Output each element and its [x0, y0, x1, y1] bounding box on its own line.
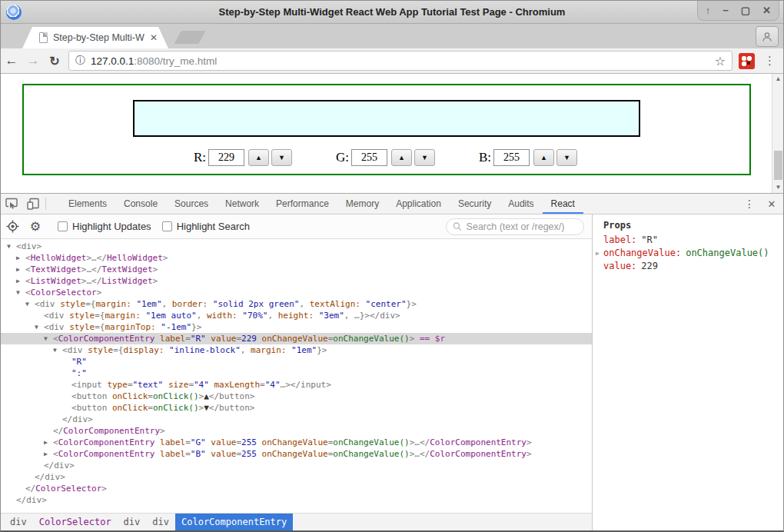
tree-row[interactable]: </div> [1, 471, 592, 483]
code-token: onChangeValue [262, 334, 328, 344]
tree-row[interactable]: ▼<div style={margin: "1em", border: "sol… [1, 298, 592, 310]
tree-row[interactable]: ▶<ColorComponentEntry label="G" value=25… [1, 437, 592, 448]
checkbox-highlight-updates[interactable]: Highlight Updates [58, 221, 151, 232]
code-token: > [97, 288, 102, 298]
scrollbar-thumb[interactable] [774, 151, 782, 180]
tree-row[interactable]: ▼<div style={display: "inline-block", ma… [1, 344, 592, 356]
chevron-down-icon[interactable]: ▼ [7, 241, 16, 252]
devtools-tab-application[interactable]: Application [387, 194, 450, 214]
tree-row[interactable]: ▶<ColorComponentEntry label="B" value=25… [1, 448, 592, 460]
increment-button[interactable]: ▲ [391, 149, 412, 166]
site-info-icon[interactable]: ⓘ [75, 54, 85, 68]
tree-row[interactable]: <div style={margin: "1em auto", width: "… [1, 310, 592, 321]
browser-menu-icon[interactable]: ⋮ [764, 54, 776, 68]
react-search-box[interactable] [446, 218, 584, 235]
tree-row[interactable]: ":" [1, 367, 592, 379]
chevron-right-icon[interactable]: ▶ [44, 437, 53, 448]
code-token: button [77, 403, 108, 413]
devtools-tab-react[interactable]: React [543, 194, 583, 214]
forward-button[interactable]: → [22, 53, 44, 68]
tree-row[interactable]: <input type="text" size="4" maxLength="4… [1, 379, 592, 391]
devtools-tab-performance[interactable]: Performance [267, 194, 337, 214]
tree-row[interactable]: ▼<div> [1, 241, 592, 252]
new-tab-button[interactable] [174, 31, 205, 44]
breadcrumb-item-div[interactable]: div [4, 514, 33, 530]
tree-row[interactable]: ▼<div style={marginTop: "-1em"}> [1, 321, 592, 333]
page-scrollbar[interactable]: ▲ ▼ [772, 74, 783, 193]
chevron-right-icon[interactable]: ▶ [44, 448, 53, 460]
prop-name: label: [603, 234, 636, 247]
rgb-value-input[interactable] [351, 149, 387, 166]
tree-row[interactable]: </ColorSelector> [1, 483, 592, 494]
select-react-element-button[interactable] [1, 220, 24, 233]
chevron-down-icon[interactable]: ▼ [44, 333, 53, 344]
tree-row[interactable]: ▶<HelloWidget>…</HelloWidget> [1, 252, 592, 264]
address-bar[interactable]: ⓘ 127.0.0.1:8080/try_me.html ☆ [68, 51, 733, 71]
prop-row[interactable]: value:229 [593, 260, 783, 273]
chevron-right-icon[interactable]: ▶ [16, 264, 25, 275]
tree-row[interactable]: <button onClick=onClick()>▼</button> [1, 402, 592, 414]
inspect-element-button[interactable] [1, 197, 22, 211]
increment-button[interactable]: ▲ [248, 149, 269, 166]
search-input[interactable] [467, 221, 577, 232]
devtools-tab-memory[interactable]: Memory [337, 194, 387, 214]
device-toolbar-button[interactable] [22, 197, 44, 211]
code-token: "B" [191, 449, 206, 459]
settings-gear-icon[interactable]: ⚙ [24, 219, 47, 234]
rgb-value-input[interactable] [208, 149, 244, 166]
window-keep-above-icon[interactable]: ↑ [706, 5, 711, 15]
devtools-tab-network[interactable]: Network [217, 194, 267, 214]
tree-row[interactable]: </ColorComponentEntry> [1, 425, 592, 437]
chevron-down-icon[interactable]: ▼ [16, 287, 25, 298]
window-maximize-icon[interactable]: ▢ [741, 5, 750, 15]
bookmark-star-icon[interactable]: ☆ [715, 54, 726, 68]
chevron-down-icon[interactable]: ▼ [35, 321, 44, 333]
chevron-down-icon[interactable]: ▼ [53, 344, 62, 356]
scrollbar-up-icon[interactable]: ▲ [772, 74, 784, 85]
devtools-close-icon[interactable]: ✕ [760, 198, 783, 210]
chevron-right-icon[interactable]: ▶ [16, 275, 25, 287]
scrollbar-down-icon[interactable]: ▼ [772, 182, 784, 193]
back-button[interactable]: ← [1, 53, 22, 68]
checkbox-box[interactable] [162, 221, 172, 231]
window-minimize-icon[interactable]: − [723, 5, 729, 15]
breadcrumb-item-colorcomponententry[interactable]: ColorComponentEntry [175, 514, 293, 530]
tree-row[interactable]: "R" [1, 356, 592, 367]
tree-row[interactable]: <button onClick=onClick()>▲</button> [1, 391, 592, 402]
tree-row[interactable]: ▶<ListWidget>…</ListWidget> [1, 275, 592, 287]
tree-row[interactable]: ▼<ColorComponentEntry label="R" value=22… [1, 333, 592, 344]
devtools-tab-console[interactable]: Console [115, 194, 166, 214]
expand-icon[interactable]: ▶ [593, 247, 603, 260]
breadcrumb-item-colorselector[interactable]: ColorSelector [33, 514, 118, 530]
devtools-more-icon[interactable]: ⋮ [739, 198, 760, 210]
breadcrumb-item-div[interactable]: div [118, 514, 147, 530]
devtools-tab-audits[interactable]: Audits [500, 194, 542, 214]
breadcrumb-item-div[interactable]: div [146, 514, 175, 530]
increment-button[interactable]: ▲ [533, 149, 554, 166]
decrement-button[interactable]: ▼ [414, 149, 435, 166]
decrement-button[interactable]: ▼ [271, 149, 292, 166]
prop-row[interactable]: label:"R" [593, 234, 783, 247]
tree-row[interactable]: </div> [1, 414, 592, 425]
chevron-down-icon[interactable]: ▼ [25, 298, 35, 310]
devtools-tab-elements[interactable]: Elements [60, 194, 115, 214]
profile-button[interactable] [756, 26, 779, 47]
tree-row[interactable]: </div> [1, 494, 592, 506]
browser-tab[interactable]: Step-by-Step Multi-W ✕ [22, 27, 168, 48]
extension-icon[interactable] [739, 53, 755, 69]
decrement-button[interactable]: ▼ [556, 149, 577, 166]
window-close-icon[interactable]: ✕ [762, 5, 771, 15]
devtools-tab-sources[interactable]: Sources [166, 194, 217, 214]
checkbox-highlight-search[interactable]: Highlight Search [162, 221, 250, 232]
checkbox-box[interactable] [58, 221, 68, 231]
tree-row[interactable]: </div> [1, 460, 592, 471]
prop-row[interactable]: ▶onChangeValue:onChangeValue() [593, 247, 783, 260]
tree-row[interactable]: ▶<TextWidget>…</TextWidget> [1, 264, 592, 275]
devtools-tab-security[interactable]: Security [450, 194, 500, 214]
chevron-right-icon[interactable]: ▶ [16, 252, 25, 264]
code-token: = [128, 380, 133, 390]
reload-button[interactable]: ↻ [44, 54, 65, 68]
tree-row[interactable]: ▼<ColorSelector> [1, 287, 592, 298]
rgb-value-input[interactable] [493, 149, 530, 166]
tab-close-icon[interactable]: ✕ [147, 32, 158, 43]
